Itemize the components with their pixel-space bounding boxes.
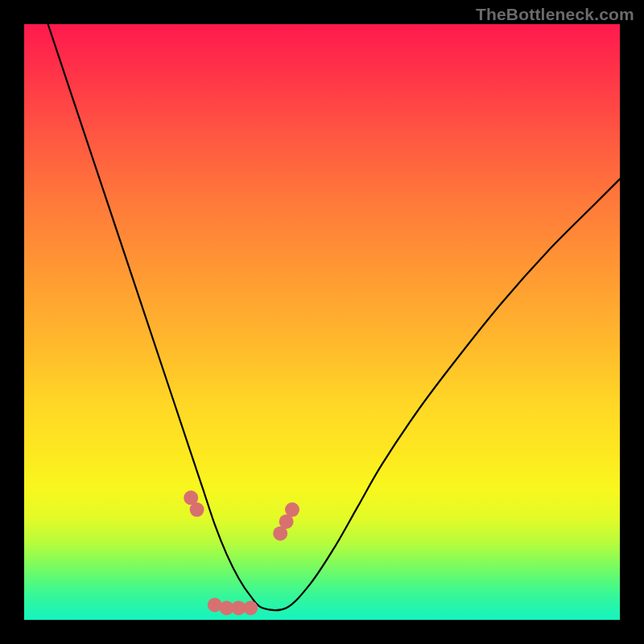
plot-area <box>24 24 620 620</box>
bottleneck-curve <box>48 24 620 610</box>
highlighted-markers <box>184 490 299 615</box>
curve-layer <box>24 24 620 620</box>
chart-frame: TheBottleneck.com <box>0 0 644 644</box>
marker-point <box>285 502 299 517</box>
watermark-text: TheBottleneck.com <box>476 5 634 24</box>
marker-point <box>190 502 204 517</box>
marker-point <box>243 601 258 615</box>
